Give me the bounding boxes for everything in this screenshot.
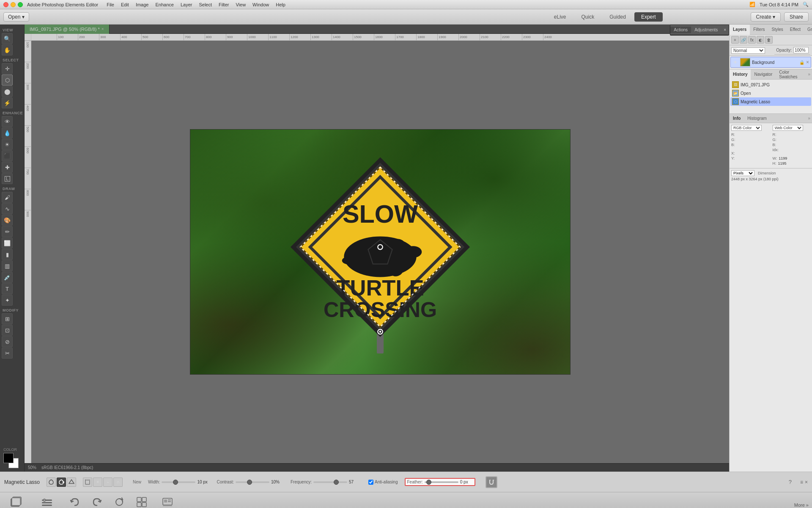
magic-wand-tool[interactable]: ⚡	[2, 97, 13, 108]
close-window-btn[interactable]	[3, 2, 8, 7]
selection-subtract-btn[interactable]: -	[103, 478, 112, 487]
undo-btn[interactable]: Undo	[66, 494, 84, 508]
gradient-tool[interactable]: ▥	[2, 260, 13, 271]
menu-file[interactable]: File	[107, 2, 114, 7]
tab-navigator[interactable]: Navigator	[751, 69, 776, 80]
cookie-cutter[interactable]: ✂	[2, 348, 13, 359]
fill-tool[interactable]: ▮	[2, 249, 13, 260]
link-layers-btn[interactable]: 🔗	[740, 36, 747, 44]
opacity-input[interactable]	[793, 47, 809, 53]
delete-layer-btn[interactable]: 🗑	[765, 36, 773, 44]
menu-select[interactable]: Select	[199, 2, 212, 7]
share-button[interactable]: Share	[784, 12, 809, 22]
width-slider-thumb[interactable]	[173, 480, 178, 485]
menu-view[interactable]: View	[236, 2, 246, 7]
menu-filter[interactable]: Filter	[219, 2, 229, 7]
more-label[interactable]: More »	[794, 502, 809, 508]
organizer-btn[interactable]: Organizer	[155, 494, 180, 508]
anti-alias-checkbox[interactable]	[368, 480, 373, 485]
tab-effect[interactable]: Effect	[787, 25, 804, 35]
info-panel-expand[interactable]: »	[806, 116, 812, 121]
create-button[interactable]: Create ▾	[751, 12, 781, 22]
menu-window[interactable]: Window	[252, 2, 269, 7]
selection-intersect-btn[interactable]: ∩	[113, 478, 123, 487]
magnetic-options-btn[interactable]	[486, 476, 497, 488]
foreground-color-box[interactable]	[3, 453, 14, 463]
impressionist-tool[interactable]: ∿	[2, 203, 13, 214]
tab-guided[interactable]: Guided	[603, 12, 633, 22]
history-item-2[interactable]: ⬡ Magnetic Lasso	[730, 97, 811, 106]
tab-quick[interactable]: Quick	[575, 12, 601, 22]
eraser-tool[interactable]: ⬜	[2, 237, 13, 248]
color-replace-tool[interactable]: 🎨	[2, 215, 13, 226]
tab-filters[interactable]: Filters	[750, 25, 768, 35]
more-btn[interactable]: More »	[794, 502, 809, 508]
history-item-1[interactable]: 📂 Open	[730, 89, 811, 97]
lasso-polygon-btn[interactable]	[67, 478, 76, 487]
text-tool[interactable]: T	[2, 283, 13, 294]
lasso-freehand-btn[interactable]	[47, 478, 56, 487]
tab-adjustments[interactable]: Adjustments	[691, 27, 721, 33]
minimize-window-btn[interactable]	[11, 2, 16, 7]
tab-actions[interactable]: Actions	[670, 27, 691, 33]
maximize-window-btn[interactable]	[18, 2, 23, 7]
move-tool[interactable]: ✛	[2, 63, 13, 74]
straighten-tool[interactable]: ⊘	[2, 336, 13, 347]
contrast-slider[interactable]	[236, 481, 269, 483]
history-item-0[interactable]: 🖼 IMG_0971.JPG	[730, 80, 811, 89]
menu-image[interactable]: Image	[136, 2, 149, 7]
marquee-tool[interactable]: ⬡	[2, 75, 13, 86]
eyedrop-tool[interactable]: 💉	[2, 272, 13, 283]
pencil-tool[interactable]: ✏	[2, 226, 13, 237]
crop-tool[interactable]: ⊞	[2, 313, 13, 324]
tab-styles[interactable]: Styles	[768, 25, 786, 35]
sponge-tool[interactable]: ⬛	[2, 150, 13, 161]
layout-btn[interactable]: Layout	[132, 494, 151, 508]
red-eye-tool[interactable]: 👁	[2, 116, 13, 127]
history-panel-expand[interactable]: »	[806, 72, 812, 77]
blur-tool[interactable]: 💧	[2, 127, 13, 138]
unit-select[interactable]: Pixels	[731, 170, 754, 176]
tab-history[interactable]: History	[730, 69, 751, 80]
options-close-btn[interactable]: ×	[805, 479, 808, 485]
layer-delete-btn[interactable]: ×	[806, 59, 809, 65]
layer-item-background[interactable]: 👁 Background 🔒 ×	[730, 57, 811, 68]
recompose-tool[interactable]: ⊡	[2, 325, 13, 336]
menu-edit[interactable]: Edit	[121, 2, 129, 7]
feather-slider-thumb[interactable]	[426, 480, 431, 485]
tool-options-btn[interactable]: Tool Options	[32, 494, 62, 508]
lasso-magnetic-btn[interactable]	[57, 478, 66, 487]
frequency-slider[interactable]	[313, 481, 347, 483]
tab-color-swatches[interactable]: Color Swatches	[776, 69, 806, 80]
layer-mask-btn[interactable]: ◐	[757, 36, 764, 44]
canvas-image-area[interactable]: SLOW T	[31, 41, 729, 463]
image-canvas[interactable]: SLOW T	[190, 129, 571, 375]
options-list-btn[interactable]: ≡	[800, 479, 803, 485]
layer-visibility-eye[interactable]: 👁	[732, 59, 738, 65]
layer-fx-btn[interactable]: fx	[748, 36, 756, 44]
canvas-tab-img[interactable]: IMG_0971.JPG @ 50% (RGB/8) * ×	[25, 25, 110, 34]
open-button[interactable]: Open ▾	[3, 12, 29, 22]
actions-panel-close[interactable]: ×	[721, 28, 729, 32]
quick-select-tool[interactable]: ⬤	[2, 86, 13, 97]
tab-expert[interactable]: Expert	[634, 12, 663, 22]
tab-info[interactable]: Info	[730, 114, 744, 123]
menu-enhance[interactable]: Enhance	[155, 2, 173, 7]
canvas-viewport[interactable]: 100 200 300 400 500 600 700 800 900	[25, 41, 729, 463]
menu-layer[interactable]: Layer	[181, 2, 192, 7]
create-new-layer-btn[interactable]: +	[731, 36, 739, 44]
tab-histogram[interactable]: Histogram	[744, 114, 770, 123]
stamp-tool[interactable]: 🄻	[2, 173, 13, 184]
tab-elive[interactable]: eLive	[547, 12, 573, 22]
canvas-tab-close[interactable]: ×	[102, 27, 104, 31]
hand-tool[interactable]: ✋	[2, 44, 13, 55]
feather-slider[interactable]	[425, 481, 458, 483]
tab-layers[interactable]: Layers	[730, 25, 750, 35]
selection-add-btn[interactable]: +	[93, 478, 102, 487]
healing-tool[interactable]: ✚	[2, 162, 13, 173]
frequency-slider-thumb[interactable]	[334, 480, 339, 485]
rotate-btn[interactable]: Rotate	[110, 494, 129, 508]
info-color-mode-select-2[interactable]: Web Color	[773, 125, 803, 131]
zoom-tool[interactable]: 🔍	[2, 33, 13, 44]
search-icon[interactable]: 🔍	[803, 2, 809, 7]
